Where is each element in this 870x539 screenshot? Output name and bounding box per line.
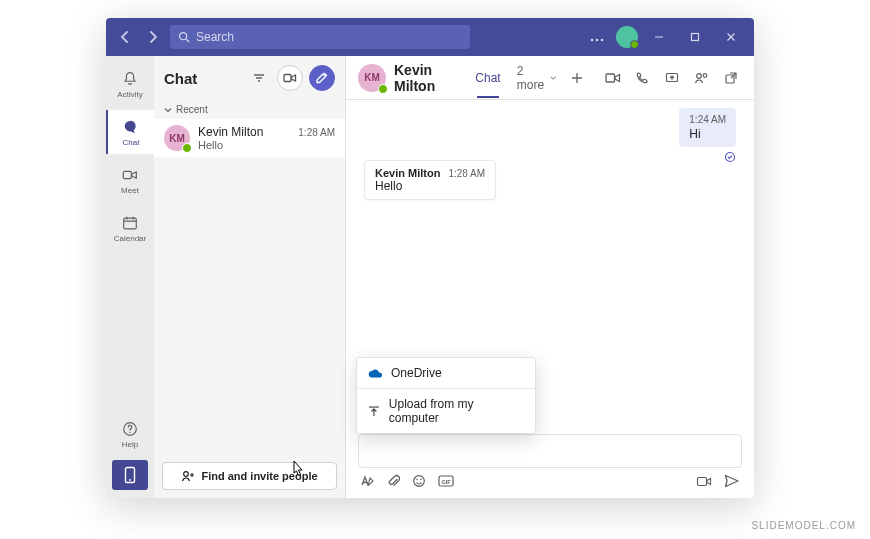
audio-call-button[interactable] [631, 66, 653, 90]
chat-list-item[interactable]: KM Kevin Milton 1:28 AM Hello [154, 119, 345, 157]
people-add-icon [181, 469, 195, 483]
video-call-button[interactable] [602, 66, 624, 90]
attach-button[interactable] [387, 474, 400, 488]
read-receipt-icon [679, 149, 736, 167]
message-incoming: Kevin Milton 1:28 AM Hello [364, 160, 496, 200]
upload-icon [367, 404, 381, 418]
format-button[interactable] [360, 474, 375, 488]
search-placeholder: Search [196, 30, 234, 44]
svg-point-4 [601, 39, 604, 42]
message-text: Hi [689, 127, 726, 141]
svg-point-17 [129, 479, 131, 481]
chat-header: KM Kevin Milton Chat 2 more [346, 56, 754, 100]
svg-rect-10 [124, 218, 137, 229]
filter-button[interactable] [247, 66, 271, 90]
menu-label: Upload from my computer [389, 397, 525, 425]
menu-label: OneDrive [391, 366, 442, 380]
profile-avatar[interactable] [616, 26, 638, 48]
mobile-icon [123, 466, 137, 484]
chat-list-title: Chat [164, 70, 241, 87]
compose-toolbar: GIF [346, 474, 754, 498]
svg-point-2 [591, 39, 594, 42]
rail-activity[interactable]: Activity [106, 62, 154, 106]
rail-label: Help [122, 440, 138, 449]
format-icon [360, 474, 375, 488]
tab-more[interactable]: 2 more [513, 64, 561, 92]
message-time: 1:28 AM [448, 168, 485, 179]
gif-icon: GIF [438, 475, 454, 487]
search-input[interactable]: Search [170, 25, 470, 49]
message-sender: Kevin Milton [375, 167, 440, 179]
nav-forward-button[interactable] [142, 26, 164, 48]
chat-list-section[interactable]: Recent [154, 100, 345, 119]
window-minimize-button[interactable] [644, 22, 674, 52]
new-chat-button[interactable] [309, 65, 335, 91]
app-rail: Activity Chat Meet Calendar Help [106, 56, 154, 498]
rail-label: Meet [121, 186, 139, 195]
share-screen-icon [665, 71, 679, 85]
rail-help[interactable]: Help [106, 412, 154, 456]
send-icon [724, 474, 740, 488]
attach-menu: OneDrive Upload from my computer [356, 357, 536, 434]
invite-people-button[interactable]: Find and invite people [162, 462, 337, 490]
search-icon [178, 31, 190, 43]
video-icon [283, 72, 297, 84]
svg-point-23 [184, 472, 189, 477]
camera-icon [696, 474, 712, 488]
chevron-down-icon [550, 74, 557, 82]
emoji-button[interactable] [412, 474, 426, 488]
message-outgoing: 1:24 AM Hi [679, 108, 736, 167]
titlebar: Search [106, 18, 754, 56]
filter-icon [252, 71, 266, 85]
svg-rect-28 [606, 74, 615, 82]
chevron-down-icon [164, 106, 172, 114]
calendar-icon [121, 214, 139, 232]
meet-now-button[interactable] [277, 65, 303, 91]
svg-point-31 [703, 73, 707, 77]
svg-line-1 [186, 39, 189, 42]
svg-rect-6 [692, 34, 699, 41]
svg-rect-21 [284, 75, 291, 82]
bell-icon [121, 70, 139, 88]
chat-icon [122, 118, 140, 136]
chat-item-preview: Hello [198, 139, 335, 151]
attach-upload-option[interactable]: Upload from my computer [357, 389, 535, 433]
compose-input[interactable]: Type a new message [358, 434, 742, 468]
compose-area: OneDrive Upload from my computer Type a … [346, 434, 754, 498]
video-icon [605, 72, 621, 84]
chat-list-panel: Chat Recent KM Kevin Milton 1:28 AM Hell… [154, 56, 346, 498]
add-people-button[interactable] [691, 66, 713, 90]
attach-onedrive-option[interactable]: OneDrive [357, 358, 535, 388]
rail-chat[interactable]: Chat [106, 110, 154, 154]
app-body: Activity Chat Meet Calendar Help [106, 56, 754, 498]
watermark: SLIDEMODEL.COM [751, 520, 856, 531]
tab-more-label: 2 more [517, 64, 548, 92]
chat-contact-name: Kevin Milton [394, 62, 463, 94]
compose-icon [315, 71, 329, 85]
schedule-send-button[interactable] [696, 474, 712, 488]
more-options-button[interactable] [584, 28, 610, 46]
chat-list-header: Chat [154, 56, 345, 100]
rail-mobile-button[interactable] [112, 460, 148, 490]
popout-button[interactable] [720, 66, 742, 90]
rail-label: Calendar [114, 234, 146, 243]
window-close-button[interactable] [716, 22, 746, 52]
tab-chat[interactable]: Chat [471, 71, 504, 85]
rail-meet[interactable]: Meet [106, 158, 154, 202]
send-button[interactable] [724, 474, 740, 488]
paperclip-icon [387, 474, 400, 488]
gif-button[interactable]: GIF [438, 475, 454, 487]
rail-calendar[interactable]: Calendar [106, 206, 154, 250]
svg-text:GIF: GIF [441, 479, 451, 485]
screenshare-button[interactable] [661, 66, 683, 90]
rail-label: Activity [117, 90, 142, 99]
message-time: 1:24 AM [689, 114, 726, 125]
chat-item-time: 1:28 AM [298, 127, 335, 138]
nav-back-button[interactable] [114, 26, 136, 48]
svg-rect-40 [698, 478, 707, 486]
window-maximize-button[interactable] [680, 22, 710, 52]
svg-point-30 [696, 73, 701, 78]
add-tab-button[interactable] [569, 68, 586, 88]
svg-point-3 [596, 39, 599, 42]
people-add-icon [694, 71, 710, 85]
